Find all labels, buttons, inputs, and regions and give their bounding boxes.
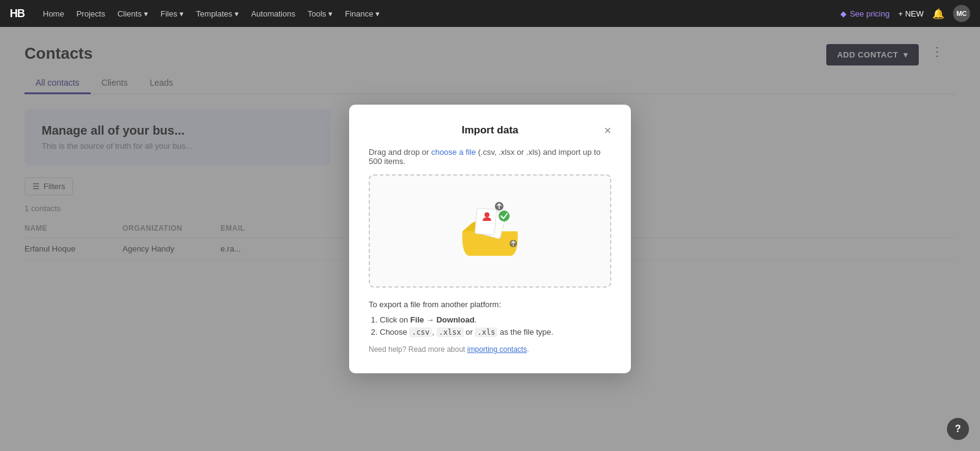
avatar[interactable]: MC <box>953 5 970 22</box>
help-text: Need help? Read more about importing con… <box>369 345 611 354</box>
export-step-2: Choose .csv, .xlsx or .xls as the file t… <box>380 327 611 337</box>
drop-zone[interactable] <box>369 174 611 288</box>
drag-drop-description: Drag and drop or choose a file (.csv, .x… <box>369 147 611 166</box>
nav-tools[interactable]: Tools ▾ <box>307 9 333 18</box>
svg-point-3 <box>499 211 510 222</box>
modal-backdrop: Import data × Drag and drop or choose a … <box>0 27 980 451</box>
modal-header: Import data × <box>369 124 611 136</box>
nav-templates[interactable]: Templates ▾ <box>196 9 239 18</box>
nav-finance[interactable]: Finance ▾ <box>345 9 380 18</box>
import-modal: Import data × Drag and drop or choose a … <box>349 105 631 373</box>
nav-automations[interactable]: Automations <box>251 9 295 18</box>
nav-projects[interactable]: Projects <box>77 9 105 18</box>
page-background: Contacts All contacts Clients Leads ADD … <box>0 27 980 451</box>
modal-title: Import data <box>462 124 519 136</box>
modal-close-button[interactable]: × <box>604 124 611 136</box>
nav-clients[interactable]: Clients ▾ <box>118 9 148 18</box>
svg-point-2 <box>484 212 489 217</box>
nav-home[interactable]: Home <box>43 9 64 18</box>
see-pricing-button[interactable]: ◆ See pricing <box>840 9 889 18</box>
choose-file-link[interactable]: choose a file <box>431 147 476 157</box>
svg-rect-1 <box>475 207 497 235</box>
new-button[interactable]: + NEW <box>898 9 924 18</box>
help-fab-button[interactable]: ? <box>947 418 969 440</box>
importing-contacts-link[interactable]: importing contacts <box>467 345 527 354</box>
diamond-icon: ◆ <box>840 9 846 18</box>
nav-files[interactable]: Files ▾ <box>160 9 184 18</box>
logo: HB <box>10 7 24 20</box>
top-navigation: HB Home Projects Clients ▾ Files ▾ Templ… <box>0 0 980 27</box>
export-info: To export a file from another platform: <box>369 300 611 309</box>
upload-illustration <box>450 198 530 265</box>
export-step-1: Click on File → Download. <box>380 315 611 324</box>
notifications-icon[interactable]: 🔔 <box>932 8 944 20</box>
export-steps: Click on File → Download. Choose .csv, .… <box>369 315 611 337</box>
